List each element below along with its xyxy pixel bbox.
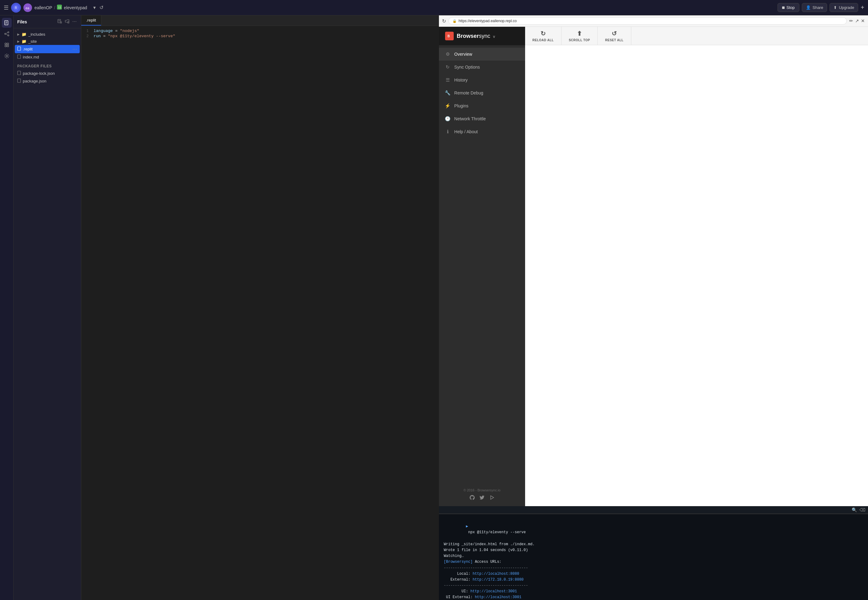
sidebar-icons: [0, 15, 14, 600]
tree-item-label: package.json: [23, 79, 47, 83]
clock-icon: 🕐: [445, 116, 451, 121]
tree-item-label: package-lock.json: [23, 71, 55, 76]
stop-icon: [782, 6, 785, 9]
breadcrumb-user[interactable]: eallenOP: [35, 5, 52, 10]
breadcrumb: eallenOP / 11 eleventypad: [35, 5, 87, 11]
tree-item-includes[interactable]: ▶ 📁 _includes: [14, 31, 81, 38]
scroll-top-button[interactable]: ⬆ SCROLL TOP: [561, 27, 598, 45]
more-files-button[interactable]: ⋯: [72, 18, 77, 25]
svg-rect-29: [18, 47, 21, 50]
upgrade-label: Upgrade: [839, 5, 854, 10]
tree-item-package-lock[interactable]: package-lock.json: [14, 70, 81, 77]
reset-all-label: RESET ALL: [605, 38, 624, 42]
url-text[interactable]: https://eleventypad.eallenop.repl.co: [458, 19, 843, 23]
terminal-line: Local: http://localhost:8080: [444, 571, 863, 577]
reload-all-button[interactable]: ↻ RELOAD ALL: [525, 27, 561, 45]
info-icon: ℹ: [445, 129, 451, 135]
svg-text:B: B: [448, 35, 450, 38]
new-folder-button[interactable]: [64, 18, 70, 25]
svg-rect-18: [7, 45, 9, 47]
tree-item-indexmd[interactable]: index.md: [14, 53, 81, 61]
main-layout: Files ⋯ ▶ 📁 _includes ▶ 📁 _site: [0, 15, 868, 600]
terminal[interactable]: ▶ npx @11ty/eleventy --serve Writing _si…: [439, 514, 868, 600]
terminal-link[interactable]: http://localhost:8080: [472, 572, 519, 576]
sidebar-icon-files[interactable]: [2, 18, 12, 28]
top-bar-center: Stop: [777, 3, 799, 12]
plugins-icon: ⚡: [445, 103, 451, 109]
reset-icon: ↺: [612, 30, 617, 37]
bs-nav-throttle[interactable]: 🕐 Network Throttle: [439, 112, 525, 125]
file-icon: [17, 79, 21, 84]
svg-text:ea: ea: [26, 6, 30, 10]
svg-rect-30: [18, 55, 21, 59]
new-file-button[interactable]: [57, 18, 62, 25]
sidebar-icon-settings[interactable]: [2, 51, 12, 61]
chevron-icon: ▶: [17, 40, 20, 43]
terminal-search-icon[interactable]: 🔍: [852, 508, 857, 512]
bs-nav-plugins[interactable]: ⚡ Plugins: [439, 99, 525, 112]
scroll-top-icon: ⬆: [577, 30, 582, 37]
top-bar-left: ☰ R ea eallenOP / 11 eleventypad ▾ ↺: [4, 3, 775, 13]
files-title: Files: [17, 20, 27, 24]
sidebar-icon-share[interactable]: [2, 29, 12, 39]
file-icon: [17, 55, 21, 60]
url-bar: 🔒 https://eleventypad.eallenop.repl.co: [448, 17, 847, 24]
refresh-button[interactable]: ↻: [442, 18, 446, 24]
bs-social: [445, 495, 519, 501]
tab-label: .replit: [86, 18, 96, 23]
svg-line-14: [6, 34, 8, 35]
history-button[interactable]: ↺: [98, 3, 105, 12]
close-preview-button[interactable]: ✕: [861, 18, 865, 24]
edit-url-button[interactable]: ✏: [849, 18, 853, 24]
open-external-button[interactable]: ↗: [855, 18, 859, 24]
terminal-toolbar: 🔍 ⌫: [439, 506, 868, 514]
bs-nav-sync[interactable]: ↻ Sync Options: [439, 61, 525, 74]
stop-label: Stop: [786, 5, 795, 10]
terminal-link[interactable]: http://localhost:3001: [475, 595, 521, 599]
browser-actions: ✏ ↗ ✕: [849, 18, 865, 24]
tree-item-site[interactable]: ▶ 📁 _site: [14, 38, 81, 45]
github-icon[interactable]: [470, 495, 475, 501]
reset-all-button[interactable]: ↺ RESET ALL: [598, 27, 631, 45]
terminal-line: Writing _site/index.html from ./index.md…: [444, 541, 863, 547]
bs-nav-history[interactable]: ☰ History: [439, 74, 525, 86]
hamburger-icon[interactable]: ☰: [4, 4, 9, 11]
bs-nav-label: Remote Debug: [454, 91, 483, 95]
stop-button[interactable]: Stop: [777, 3, 799, 12]
bs-logo: B: [445, 32, 454, 40]
svg-rect-17: [5, 45, 6, 47]
terminal-link[interactable]: http://172.18.0.19:8080: [472, 577, 524, 582]
terminal-line: --------------------------------------: [444, 583, 863, 589]
bs-nav: ⚙ Overview ↻ Sync Options ☰ History 🔧 Re…: [439, 45, 525, 483]
bs-nav-label: Network Throttle: [454, 116, 486, 121]
terminal-line: [Browsersync] Access URLs:: [444, 559, 863, 565]
play-icon[interactable]: [489, 495, 494, 501]
svg-line-13: [6, 33, 8, 33]
file-more-button[interactable]: ⋯: [72, 46, 77, 52]
breadcrumb-repl[interactable]: eleventypad: [64, 5, 87, 10]
chevron-icon: ▶: [17, 33, 20, 36]
terminal-line: --------------------------------------: [444, 565, 863, 571]
bs-nav-help[interactable]: ℹ Help / About: [439, 125, 525, 138]
branch-dropdown[interactable]: ▾: [92, 3, 97, 12]
editor-tab-replit[interactable]: .replit: [81, 15, 101, 26]
terminal-link[interactable]: http://localhost:3001: [470, 589, 517, 594]
tree-item-label: index.md: [23, 55, 39, 59]
terminal-clear-icon[interactable]: ⌫: [859, 508, 865, 512]
twitter-icon[interactable]: [480, 495, 484, 501]
share-button[interactable]: 👤 Share: [802, 3, 827, 12]
bs-version: v: [493, 35, 495, 39]
svg-text:R: R: [15, 6, 17, 9]
bs-nav-remote[interactable]: 🔧 Remote Debug: [439, 86, 525, 99]
line-number: 2: [81, 34, 94, 38]
bs-nav-overview[interactable]: ⚙ Overview: [439, 48, 525, 61]
add-button[interactable]: +: [860, 4, 864, 11]
upgrade-button[interactable]: ⬆ Upgrade: [830, 3, 858, 12]
tree-item-package[interactable]: package.json: [14, 77, 81, 85]
code-editor: .replit 1 language = "nodejs" 2 run = "n…: [81, 15, 439, 600]
tree-item-label: _site: [28, 39, 36, 44]
sidebar-icon-packages[interactable]: [2, 40, 12, 50]
tree-item-replit[interactable]: .replit ⋯: [15, 45, 80, 53]
bs-toolbar: ↻ RELOAD ALL ⬆ SCROLL TOP ↺ RESET ALL: [525, 27, 868, 45]
top-bar-right: 👤 Share ⬆ Upgrade +: [802, 3, 864, 12]
